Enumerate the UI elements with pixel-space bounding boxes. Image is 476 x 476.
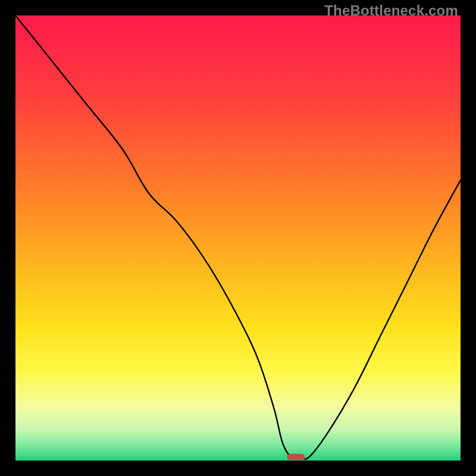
plot-area <box>15 15 461 461</box>
optimal-marker <box>287 454 305 460</box>
bottleneck-chart <box>15 15 461 461</box>
chart-frame: TheBottleneck.com <box>0 0 476 476</box>
gradient-background <box>15 15 461 461</box>
watermark-text: TheBottleneck.com <box>324 2 458 19</box>
